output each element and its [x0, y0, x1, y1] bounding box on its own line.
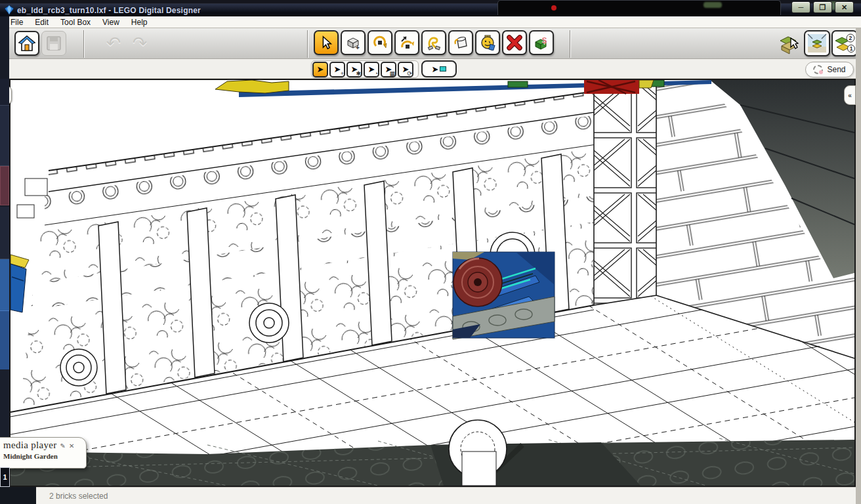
wireframe-wall [10, 80, 656, 417]
app-icon [4, 5, 14, 15]
tool-hinge-align[interactable] [394, 30, 419, 55]
selection-variant-group: ➤ ➤ + ➤ ✱ ➤ ◔ ➤ ▦ ➤ ⟳ [311, 60, 419, 78]
tool-clone[interactable]: + [341, 30, 366, 55]
select-by-color-button[interactable]: ➤ ◔ [364, 62, 379, 77]
dollar-glyph: $ [542, 35, 547, 45]
badge-1: 1 [850, 45, 853, 52]
buy-brick-icon: $ [534, 35, 549, 51]
minimize-button[interactable]: ─ [791, 1, 810, 13]
mode-view[interactable] [804, 30, 830, 56]
tool-paint[interactable] [448, 30, 473, 55]
home-icon [18, 35, 35, 52]
tool-flex[interactable] [421, 30, 446, 55]
color-ball-icon: ◔ [375, 71, 378, 77]
media-player-title: media player [3, 440, 56, 451]
svg-text:+: + [356, 44, 360, 51]
paint-bucket-icon [453, 35, 469, 51]
badge-2: 2 [849, 35, 852, 41]
status-corner [0, 487, 36, 504]
cursor-icon: ➤ [432, 65, 439, 74]
toolbar-separator [570, 30, 570, 58]
teal-brick-icon [440, 66, 446, 72]
background-window-edge [497, 0, 781, 15]
menu-toolbox[interactable]: Tool Box [54, 16, 96, 28]
menu-view[interactable]: View [96, 16, 125, 28]
tool-selection[interactable] [314, 30, 339, 55]
select-connected-button[interactable]: ➤ ✱ [346, 62, 362, 77]
status-bar: 2 bricks selected [36, 487, 861, 504]
menu-bar: File Edit Tool Box View Help [4, 16, 861, 28]
lattice-strip [594, 80, 656, 305]
mode-building-guide[interactable]: 2 1 [831, 30, 858, 56]
menu-edit[interactable]: Edit [29, 16, 54, 28]
popup-close-icon[interactable]: ✕ [69, 442, 74, 450]
delete-x-icon [507, 35, 522, 51]
shape-grid-icon: ▦ [389, 71, 395, 77]
select-add-button[interactable]: ➤ + [329, 62, 345, 77]
build-mode-icon [778, 33, 800, 55]
recording-dot [551, 5, 556, 10]
window-title: eb_ldd_rcb3_turn10.lxf - LEGO Digital De… [17, 6, 201, 15]
view-mode-icon [807, 33, 827, 53]
send-button[interactable]: Send [805, 62, 854, 77]
hinge-rotate-icon [372, 35, 388, 51]
select-by-shape-color-button[interactable]: ➤ ⟳ [398, 62, 413, 77]
toolbar-separator [307, 30, 308, 58]
toolbar-separator [83, 30, 84, 58]
selected-bricks-region [453, 252, 555, 339]
redo-icon: ↷ [133, 33, 148, 54]
tool-hide[interactable] [475, 30, 500, 55]
save-icon [46, 35, 62, 51]
undo-button[interactable]: ↶ [100, 30, 127, 56]
model-viewport[interactable] [9, 79, 856, 487]
undo-icon: ↶ [106, 33, 121, 54]
clone-brick-icon: + [345, 35, 361, 51]
menu-help[interactable]: Help [125, 16, 154, 28]
media-player-track: Midnight Garden [3, 452, 82, 460]
model-wireframe [10, 80, 854, 486]
cursor-icon: ➤ [317, 65, 324, 74]
baseplate-strip [10, 438, 854, 486]
tool-delete[interactable] [502, 30, 527, 55]
background-window-strip [0, 16, 9, 504]
tool-buy[interactable]: $ [529, 30, 554, 55]
selection-cursor-icon [319, 35, 333, 50]
connected-icon: ✱ [356, 71, 361, 77]
right-panel-toggle[interactable]: « [844, 85, 856, 105]
send-sketch-icon [813, 65, 823, 74]
restore-button[interactable]: ❐ [813, 1, 832, 13]
building-guide-icon: 2 1 [834, 33, 855, 54]
send-label: Send [827, 65, 845, 74]
minifig-head-icon [480, 35, 495, 51]
desktop: eb_ldd_rcb3_turn10.lxf - LEGO Digital De… [0, 0, 861, 504]
flex-tool-icon [426, 35, 442, 51]
rotate-grid-icon: ⟳ [407, 71, 412, 77]
chevron-left-icon: « [848, 92, 852, 99]
background-taskbar-item[interactable]: 1 [0, 467, 10, 487]
selection-status-text: 2 bricks selected [49, 492, 108, 501]
plus-icon: + [341, 71, 344, 77]
select-brick-tool-button[interactable]: ➤ [421, 60, 457, 77]
mode-build[interactable] [775, 30, 803, 58]
window-right-edge [856, 28, 861, 504]
home-button[interactable] [14, 31, 39, 56]
media-player-popup: media player ✎ ✕ Midnight Garden [0, 437, 87, 469]
close-button[interactable]: ✕ [835, 1, 854, 13]
redo-button[interactable]: ↷ [127, 30, 153, 56]
select-single-button[interactable]: ➤ [312, 62, 328, 77]
select-by-shape-button[interactable]: ➤ ▦ [381, 62, 396, 77]
window-controls: ─ ❐ ✕ [789, 1, 854, 13]
edit-pencil-icon[interactable]: ✎ [60, 442, 65, 450]
tool-hinge[interactable] [368, 30, 392, 55]
hinge-align-icon [399, 35, 415, 51]
glare-artifact [704, 2, 722, 8]
save-button[interactable] [41, 31, 66, 56]
